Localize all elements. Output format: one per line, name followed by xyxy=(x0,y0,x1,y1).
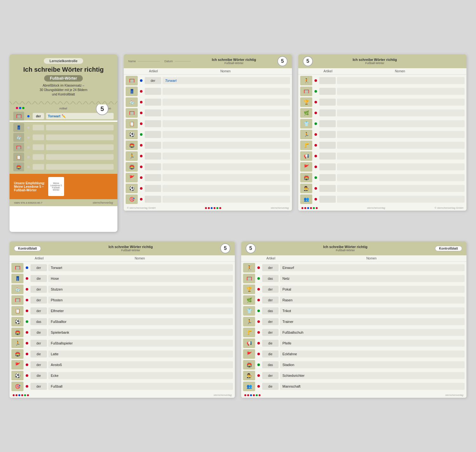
ws-number-right: 5 xyxy=(303,56,313,66)
row-icon: 📢 xyxy=(243,338,255,348)
cover-dot-b xyxy=(27,115,30,117)
dot-color xyxy=(26,342,28,344)
table-row: 🧦 xyxy=(126,97,290,107)
footer-dot-gr xyxy=(313,207,315,209)
artikel-field: der xyxy=(30,286,47,293)
nomen-field: Elfmeter xyxy=(48,307,233,314)
kb-footer-right: sternchenverlag xyxy=(241,392,466,398)
row-icon: 🚩 xyxy=(300,162,312,172)
dot-area xyxy=(314,122,318,125)
dot-color xyxy=(314,112,317,114)
nomen-field[interactable] xyxy=(162,196,290,203)
nomen-field[interactable] xyxy=(337,120,465,127)
nomen-field[interactable] xyxy=(162,88,290,95)
artikel-field[interactable] xyxy=(319,77,336,84)
nomen-field: Netz xyxy=(280,275,465,282)
dot-area xyxy=(25,288,29,291)
artikel-field[interactable] xyxy=(145,163,161,170)
artikel-field[interactable] xyxy=(145,196,161,203)
nomen-field[interactable] xyxy=(337,109,465,116)
nomen-field[interactable] xyxy=(162,163,290,170)
artikel-field[interactable] xyxy=(319,185,336,192)
icon-clipboard: 📋 xyxy=(13,153,24,161)
isbn-text: ISBN 978-3-939203-60-7 xyxy=(14,201,42,204)
nomen-field: Pfosten xyxy=(48,297,233,304)
artikel-field[interactable] xyxy=(319,131,336,138)
nomen-field[interactable] xyxy=(337,88,465,95)
nomen-field[interactable] xyxy=(162,185,290,192)
nomen-field: Fußballschuh xyxy=(280,329,465,336)
artikel-field: die xyxy=(30,329,47,336)
artikel-field[interactable] xyxy=(145,109,161,116)
table-row: 👥dieMannschaft xyxy=(243,382,465,391)
dot-color xyxy=(257,299,260,301)
worksheet-exercise-left: Name Datum Ich schreibe Wörter richtig F… xyxy=(124,54,292,211)
kb-footer-publisher-left: sternchenverlag xyxy=(214,394,232,396)
artikel-field: die xyxy=(262,340,279,347)
nomen-field[interactable] xyxy=(162,99,290,106)
nomen-field: Stadion xyxy=(280,361,465,368)
col-nomen-kb-left: Nomen xyxy=(48,257,232,260)
table-row: 🥅derTorwart xyxy=(126,76,290,85)
artikel-field[interactable] xyxy=(319,196,336,203)
artikel-field[interactable] xyxy=(319,120,336,127)
artikel-field[interactable] xyxy=(319,142,336,149)
artikel-field[interactable] xyxy=(319,163,336,170)
artikel-field[interactable] xyxy=(145,174,161,181)
artikel-field[interactable] xyxy=(145,99,161,106)
artikel-field[interactable] xyxy=(319,109,336,116)
name-line-left xyxy=(138,61,160,62)
blank-art-5 xyxy=(33,164,44,170)
nomen-field[interactable] xyxy=(162,109,290,116)
artikel-field[interactable] xyxy=(145,142,161,149)
footer-publisher-right: sternchenverlag xyxy=(367,206,385,209)
artikel-field[interactable] xyxy=(319,174,336,181)
nomen-field[interactable] xyxy=(162,153,290,160)
nomen-field[interactable] xyxy=(337,142,465,149)
row-icon: 🏟️ xyxy=(11,349,23,359)
artikel-field[interactable] xyxy=(319,153,336,160)
artikel-field[interactable] xyxy=(145,131,161,138)
footer-dot-r1r xyxy=(301,207,303,209)
artikel-field[interactable] xyxy=(319,88,336,95)
nomen-field[interactable] xyxy=(162,142,290,149)
dot-area xyxy=(139,101,143,103)
empfehlung-label: Unsere Empfehlung: xyxy=(14,181,45,185)
col-icon-spacer-right xyxy=(301,69,314,73)
nomen-field[interactable] xyxy=(337,153,465,160)
nomen-field[interactable] xyxy=(337,77,465,84)
dot-area xyxy=(314,144,318,147)
dot-color xyxy=(257,353,260,355)
nomen-field[interactable] xyxy=(337,185,465,192)
artikel-field[interactable] xyxy=(145,153,161,160)
nomen-field[interactable] xyxy=(337,131,465,138)
dot-area xyxy=(256,364,261,366)
artikel-field: das xyxy=(262,307,279,314)
artikel-field[interactable]: der xyxy=(145,77,161,84)
nomen-field[interactable]: Torwart xyxy=(162,77,290,84)
table-row: 👖 xyxy=(126,87,290,96)
blank-nom-4 xyxy=(46,154,114,160)
footer-dot-r1 xyxy=(205,207,207,209)
dot-area xyxy=(25,385,29,388)
nomen-field[interactable] xyxy=(337,99,465,106)
table-row: 🚩 xyxy=(300,162,465,172)
nomen-field[interactable] xyxy=(337,163,465,170)
nomen-field[interactable] xyxy=(162,120,290,127)
dot-area xyxy=(256,342,261,344)
nomen-field[interactable] xyxy=(162,131,290,138)
cover-lernziel-label: Lernzielkontrolle xyxy=(44,58,83,64)
nomen-field[interactable] xyxy=(337,196,465,203)
nomen-field[interactable] xyxy=(337,174,465,181)
footer-dot-r4 xyxy=(219,207,221,209)
artikel-field[interactable] xyxy=(319,99,336,106)
kfr-dot4 xyxy=(253,394,255,396)
dot-area xyxy=(314,79,318,82)
artikel-field[interactable] xyxy=(145,88,161,95)
top-row: Lernzielkontrolle Ich schreibe Wörter ri… xyxy=(10,54,466,232)
artikel-field[interactable] xyxy=(145,185,161,192)
dot-color xyxy=(26,385,28,388)
nomen-field[interactable] xyxy=(162,174,290,181)
dot-color xyxy=(140,155,142,157)
artikel-field[interactable] xyxy=(145,120,161,127)
